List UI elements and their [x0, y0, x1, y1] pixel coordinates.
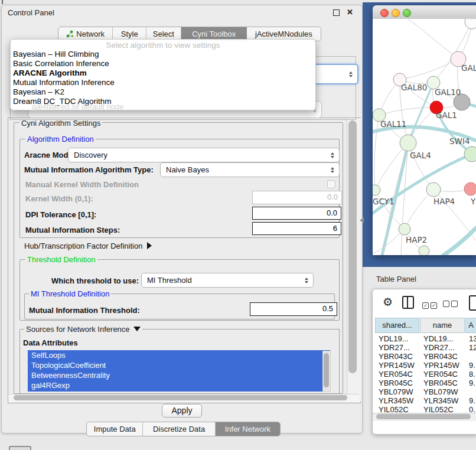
network-node[interactable] — [400, 135, 416, 151]
dropdown-item[interactable]: Basic Correlation Inference — [11, 59, 315, 69]
mi-type-label: Mutual Information Algorithm Type: — [24, 165, 154, 174]
tab-label: Infer Network — [225, 422, 270, 436]
table-horizontal-scrollbar-thumb[interactable] — [376, 414, 471, 419]
network-node[interactable] — [419, 246, 429, 255]
chevron-updown-icon — [328, 167, 337, 173]
window-resize-tick — [2, 0, 3, 4]
close-traffic-light[interactable] — [380, 9, 389, 17]
collapsed-arrow-icon — [147, 242, 152, 249]
table-cell[interactable]: YBR043C — [379, 352, 419, 361]
aracne-mode-combo[interactable]: Discovery — [68, 148, 340, 162]
tab-discretize-data[interactable]: Discretize Data — [143, 422, 215, 436]
table-cell[interactable] — [469, 387, 476, 396]
column-layout-icon[interactable] — [402, 296, 414, 309]
network-node[interactable] — [399, 223, 410, 235]
new-table-icon[interactable] — [469, 295, 476, 311]
table-cell[interactable]: YBL079W — [379, 387, 419, 396]
network-node-label: GAL11 — [380, 119, 406, 129]
network-node-label: HAP2 — [406, 235, 427, 244]
sources-legend[interactable]: Sources for Network Inference — [24, 325, 142, 334]
mi-type-combo[interactable]: Naive Bayes — [160, 162, 340, 177]
attribute-list-item[interactable]: SelfLoops — [28, 350, 330, 360]
column-header-A[interactable]: A — [465, 318, 476, 333]
table-cell[interactable]: YER054C — [423, 370, 465, 379]
table-cell[interactable]: 9. — [469, 361, 476, 370]
mi-steps-label: Mutual Information Steps: — [25, 226, 120, 234]
select-all-checkboxes-icon[interactable]: ✓✓ — [422, 299, 439, 309]
table-cell[interactable]: YBR045C — [423, 379, 465, 387]
attribute-list-scrollbar-thumb[interactable] — [324, 353, 329, 387]
table-cell[interactable]: 9. — [469, 396, 476, 405]
tab-label: Discretize Data — [153, 422, 205, 436]
expanded-arrow-icon — [133, 327, 141, 331]
table-cell[interactable]: YER054C — [379, 370, 419, 379]
table-cell[interactable]: YDL19... — [423, 334, 465, 343]
dropdown-item[interactable]: Bayesian – Hill Climbing — [11, 50, 315, 59]
float-window-icon[interactable] — [333, 9, 340, 16]
chevron-updown-icon — [346, 71, 356, 77]
settings-vertical-scrollbar-thumb[interactable] — [348, 120, 357, 373]
dropdown-item[interactable]: Mutual Information Inference — [11, 78, 315, 87]
table-cell[interactable]: 8. — [469, 370, 476, 379]
attribute-list-item[interactable]: BetweennessCentrality — [28, 370, 330, 380]
table-cell[interactable] — [469, 352, 476, 361]
mi-threshold-field[interactable]: 0.5 — [250, 302, 337, 316]
dpi-tolerance-field[interactable]: 0.0 — [252, 207, 341, 220]
which-threshold-combo[interactable]: MI Threshold — [141, 273, 314, 288]
minimize-traffic-light[interactable] — [392, 9, 400, 17]
network-node[interactable] — [426, 182, 441, 197]
attribute-list-item[interactable]: TopologicalCoefficient — [28, 360, 330, 370]
network-node-label: GAL4 — [410, 151, 431, 160]
which-threshold-label: Which threshold to use: — [51, 276, 139, 285]
table-cell[interactable]: YDR27... — [379, 343, 419, 352]
column-header-shared[interactable]: shared... — [375, 318, 419, 333]
table-cell[interactable]: YPR145W — [379, 361, 419, 370]
deselect-all-checkboxes-icon[interactable] — [443, 299, 459, 309]
cyni-settings-legend: Cyni Algorithm Settings — [19, 119, 102, 128]
application-window: Control Panel ✕ NetworkStyleSelectCyni T… — [0, 0, 476, 450]
tab-infer-network[interactable]: Infer Network — [216, 422, 280, 436]
network-node[interactable] — [465, 19, 476, 29]
table-cell[interactable]: YDR27... — [423, 343, 465, 352]
attribute-list-item[interactable]: gal4RGexp — [28, 380, 330, 390]
network-edge — [433, 22, 472, 83]
dpi-tolerance-label: DPI Tolerance [0,1]: — [25, 210, 96, 219]
table-cell[interactable]: 9. — [469, 379, 476, 387]
table-cell[interactable]: YDL19... — [379, 334, 419, 343]
network-node[interactable] — [373, 185, 380, 195]
bottom-left-partial-button[interactable] — [9, 446, 31, 450]
close-icon[interactable]: ✕ — [347, 8, 353, 17]
kernel-width-field[interactable]: 0.0 — [252, 191, 342, 204]
inference-algorithm-combo[interactable] — [314, 64, 358, 84]
table-cell[interactable]: YLR345W — [379, 396, 419, 405]
algorithm-dropdown-popup: Select algorithm to view settings Bayesi… — [10, 39, 316, 110]
panel-splitter-handle[interactable] — [360, 217, 364, 223]
apply-button[interactable]: Apply — [162, 404, 202, 418]
table-cell[interactable]: 12 — [469, 343, 476, 352]
dropdown-item[interactable]: Bayesian – K2 — [11, 87, 315, 97]
tab-label: Impute Data — [94, 422, 136, 436]
manual-kernel-checkbox[interactable] — [327, 180, 335, 188]
zoom-traffic-light[interactable] — [403, 9, 411, 17]
network-canvas[interactable]: GALGAL80GAL10GAL1GAL11SWI4GAL4GCY1HAP4YH… — [373, 19, 476, 255]
mi-steps-field[interactable]: 6 — [252, 222, 341, 235]
network-node-label: GAL80 — [401, 83, 427, 92]
table-cell[interactable]: 13 — [469, 334, 476, 343]
gear-icon[interactable]: ⚙ — [383, 296, 393, 308]
table-cell[interactable]: YBL079W — [423, 387, 465, 396]
hub-definition-toggle[interactable]: Hub/Transcription Factor Definition — [24, 242, 152, 250]
dropdown-item[interactable]: ARACNE Algorithm — [11, 69, 315, 78]
tab-impute-data[interactable]: Impute Data — [87, 422, 143, 436]
column-header-name[interactable]: name — [420, 318, 465, 333]
network-node[interactable] — [464, 182, 476, 195]
table-cell[interactable]: YPR145W — [423, 361, 465, 370]
table-cell[interactable]: YBR045C — [379, 379, 419, 387]
bottom-tab-bar: Impute DataDiscretize DataInfer Network — [86, 422, 281, 436]
aracne-mode-value: Discovery — [69, 151, 328, 159]
settings-horizontal-scrollbar-thumb[interactable] — [14, 395, 347, 400]
data-attributes-list[interactable]: SelfLoopsTopologicalCoefficientBetweenne… — [28, 350, 330, 392]
network-node-label: HAP4 — [433, 197, 455, 206]
table-cell[interactable]: YBR043C — [423, 352, 465, 361]
mi-threshold-legend: MI Threshold Definition — [29, 289, 111, 298]
table-cell[interactable]: YLR345W — [423, 396, 465, 405]
